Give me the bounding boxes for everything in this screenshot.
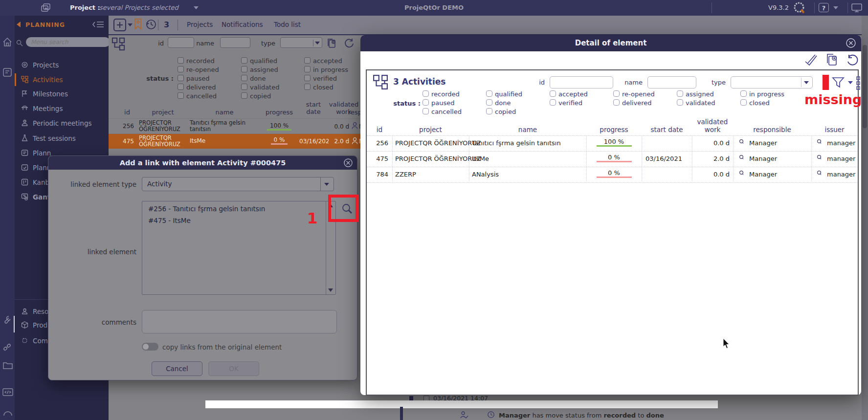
project-caret-icon[interactable]: [194, 6, 199, 9]
sidebar-item-periodic-meetings[interactable]: Periodic meetings: [15, 117, 109, 130]
list-item[interactable]: #256 - Tanıtıcı fşrma gelsin tanıtsın: [148, 205, 265, 213]
table-row[interactable]: 784 ZZERP ANalysis 0 % 0.0 d Manager man…: [367, 167, 858, 182]
bg-checkbox-delivered[interactable]: [178, 84, 184, 90]
tab-projects[interactable]: Projects: [187, 21, 213, 28]
tab-notifications[interactable]: Notifications: [222, 21, 263, 28]
bg-checkbox-done[interactable]: [241, 75, 247, 81]
sidebar-item-test-sessions[interactable]: Test sessions: [15, 132, 109, 145]
sidebar-item-meetings[interactable]: Meetings: [15, 102, 109, 115]
checkbox-closed[interactable]: [740, 99, 747, 106]
tab-todo-list[interactable]: Todo list: [274, 21, 301, 28]
close-icon[interactable]: [343, 158, 353, 168]
sidebar-item-projects[interactable]: Projects: [15, 59, 109, 71]
help-caret-icon[interactable]: [833, 6, 838, 9]
bg-checkbox-paused[interactable]: [178, 75, 184, 81]
ok-button[interactable]: OK: [208, 361, 259, 376]
checkbox-verified[interactable]: [550, 99, 556, 106]
collapse-back-icon[interactable]: [17, 22, 21, 27]
col-header-project[interactable]: project: [392, 126, 469, 133]
checkbox-recorded[interactable]: [423, 90, 429, 97]
comments-input[interactable]: [142, 310, 337, 333]
cancel-button[interactable]: Cancel: [152, 361, 202, 376]
bg-name-input[interactable]: [220, 37, 250, 48]
comments-label: comments: [53, 318, 136, 326]
horizontal-scrollbar[interactable]: [205, 400, 718, 408]
bg-checkbox-closed[interactable]: [304, 84, 311, 90]
add-caret-icon[interactable]: [128, 23, 133, 26]
col-header-issuer[interactable]: issuer: [811, 126, 858, 133]
table-row[interactable]: 475 PROJECTQR ÖĞRENİYORUZ ItsMe 0 % 03/1…: [367, 152, 858, 167]
undo-icon[interactable]: [846, 54, 859, 67]
bg-checkbox-validated[interactable]: [241, 84, 247, 90]
checkbox-assigned[interactable]: [677, 90, 683, 97]
sidebar-item-milestones[interactable]: Milestones: [15, 88, 109, 100]
windows-icon[interactable]: [41, 3, 51, 12]
test-sessions-icon: [21, 134, 28, 142]
bg-checkbox-copied[interactable]: [241, 92, 247, 99]
help-icon[interactable]: ?: [819, 3, 829, 12]
checkbox-re-opened[interactable]: [613, 90, 620, 97]
window-scrollbar[interactable]: [862, 16, 868, 420]
bg-checkbox-in-progress[interactable]: [304, 66, 311, 72]
kebab-menu-icon[interactable]: [856, 76, 861, 90]
history-icon[interactable]: [145, 18, 157, 31]
bg-checkbox-verified[interactable]: [304, 75, 311, 81]
documents-icon[interactable]: [2, 361, 13, 371]
detail-modal: Detail of element 3 Activities id name t…: [360, 35, 861, 395]
checkbox-accepted[interactable]: [550, 90, 556, 97]
checkbox-paused[interactable]: [423, 99, 429, 106]
checkbox-in-progress[interactable]: [740, 90, 747, 97]
bg-checkbox-recorded[interactable]: [178, 57, 184, 64]
links-icon[interactable]: [2, 342, 12, 352]
copy-links-toggle[interactable]: [142, 343, 158, 351]
validate-icon[interactable]: [803, 54, 818, 67]
list-item[interactable]: #475 - ItsMe: [148, 217, 191, 224]
bookmark-icon[interactable]: [133, 18, 143, 31]
planning-module-icon[interactable]: [2, 67, 12, 77]
menu-search-input[interactable]: [26, 37, 109, 47]
bg-id-input[interactable]: [168, 37, 194, 48]
display-mode-icon[interactable]: [851, 3, 863, 13]
filter-icon[interactable]: [831, 75, 846, 90]
modal-title-bar[interactable]: Detail of element: [360, 35, 861, 51]
bg-checkbox-cancelled[interactable]: [178, 92, 184, 99]
bg-checkbox-assigned[interactable]: [241, 66, 247, 72]
table-row[interactable]: 256 PROJECTQR ÖĞRENİYORUZ Tanıtıcı fşrma…: [109, 119, 360, 133]
code-icon[interactable]: [2, 387, 13, 397]
tools-icon[interactable]: [2, 315, 12, 325]
bg-refresh-icon[interactable]: [343, 38, 355, 49]
checkbox-delivered[interactable]: [613, 99, 620, 106]
bg-checkbox-accepted[interactable]: [304, 57, 311, 64]
dialog-title-bar[interactable]: Add a link with element Activity #000475: [48, 156, 357, 170]
col-header-progress[interactable]: progress: [586, 126, 642, 133]
checkbox-done[interactable]: [486, 99, 492, 106]
col-header-id[interactable]: id: [367, 126, 392, 133]
modal-type-select[interactable]: [731, 76, 813, 88]
home-icon[interactable]: [2, 37, 12, 47]
bg-checkbox-re-opened[interactable]: [178, 66, 184, 72]
user-icon[interactable]: [2, 407, 13, 417]
bg-type-select[interactable]: [280, 37, 322, 48]
bg-checkbox-qualified[interactable]: [241, 57, 247, 64]
clone-icon[interactable]: [825, 53, 840, 67]
table-row-selected[interactable]: 475 PROJECTQR ÖĞRENİYORUZ ItsMe 0 % 03/1…: [109, 134, 360, 149]
col-header-start-date[interactable]: start date: [642, 126, 692, 133]
linked-element-type-select[interactable]: Activity: [142, 177, 334, 191]
scroll-down-icon[interactable]: [328, 288, 333, 292]
col-header-responsible[interactable]: responsible: [733, 126, 811, 133]
feed-divider: [400, 407, 403, 420]
checkbox-cancelled[interactable]: [423, 108, 429, 114]
sidebar-item-activities[interactable]: Activities: [15, 73, 109, 86]
filter-caret-icon[interactable]: [848, 81, 853, 84]
bg-clone-icon[interactable]: [326, 38, 337, 49]
checkbox-validated[interactable]: [677, 99, 683, 106]
project-selector-value[interactable]: several Projects selected: [99, 0, 178, 16]
collapse-menu-icon[interactable]: [92, 20, 105, 29]
table-row[interactable]: 256 PROJECTQR ÖĞRENİYORUZ Tanıtıcı fşrma…: [367, 136, 858, 151]
col-header-name[interactable]: name: [469, 126, 586, 133]
checkbox-qualified[interactable]: [486, 90, 492, 97]
add-button[interactable]: [113, 19, 126, 31]
col-header-validated-work[interactable]: validated work: [696, 118, 729, 133]
close-icon[interactable]: [846, 38, 856, 48]
checkbox-copied[interactable]: [486, 108, 492, 114]
